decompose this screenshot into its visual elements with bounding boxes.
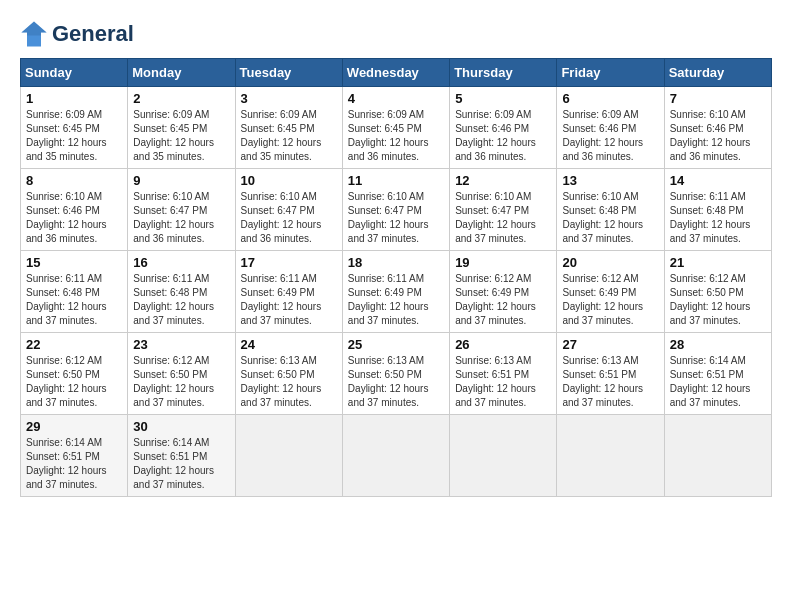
calendar-table: SundayMondayTuesdayWednesdayThursdayFrid… [20,58,772,497]
day-number: 18 [348,255,444,270]
day-number: 15 [26,255,122,270]
day-number: 8 [26,173,122,188]
day-info: Sunrise: 6:09 AM Sunset: 6:45 PM Dayligh… [241,108,337,164]
day-cell: 28Sunrise: 6:14 AM Sunset: 6:51 PM Dayli… [664,333,771,415]
day-cell [664,415,771,497]
day-info: Sunrise: 6:10 AM Sunset: 6:48 PM Dayligh… [562,190,658,246]
weekday-header-saturday: Saturday [664,59,771,87]
day-cell: 12Sunrise: 6:10 AM Sunset: 6:47 PM Dayli… [450,169,557,251]
day-number: 16 [133,255,229,270]
day-cell: 13Sunrise: 6:10 AM Sunset: 6:48 PM Dayli… [557,169,664,251]
weekday-header-row: SundayMondayTuesdayWednesdayThursdayFrid… [21,59,772,87]
day-info: Sunrise: 6:12 AM Sunset: 6:49 PM Dayligh… [455,272,551,328]
logo-icon [20,20,48,48]
week-row-2: 8Sunrise: 6:10 AM Sunset: 6:46 PM Daylig… [21,169,772,251]
day-info: Sunrise: 6:12 AM Sunset: 6:50 PM Dayligh… [670,272,766,328]
day-info: Sunrise: 6:10 AM Sunset: 6:47 PM Dayligh… [455,190,551,246]
day-number: 24 [241,337,337,352]
day-cell: 29Sunrise: 6:14 AM Sunset: 6:51 PM Dayli… [21,415,128,497]
weekday-header-tuesday: Tuesday [235,59,342,87]
day-info: Sunrise: 6:10 AM Sunset: 6:46 PM Dayligh… [670,108,766,164]
day-number: 10 [241,173,337,188]
day-cell: 7Sunrise: 6:10 AM Sunset: 6:46 PM Daylig… [664,87,771,169]
weekday-header-thursday: Thursday [450,59,557,87]
day-cell: 17Sunrise: 6:11 AM Sunset: 6:49 PM Dayli… [235,251,342,333]
day-info: Sunrise: 6:09 AM Sunset: 6:45 PM Dayligh… [133,108,229,164]
day-info: Sunrise: 6:12 AM Sunset: 6:49 PM Dayligh… [562,272,658,328]
day-cell: 14Sunrise: 6:11 AM Sunset: 6:48 PM Dayli… [664,169,771,251]
day-cell [557,415,664,497]
day-number: 29 [26,419,122,434]
day-cell: 2Sunrise: 6:09 AM Sunset: 6:45 PM Daylig… [128,87,235,169]
day-cell: 10Sunrise: 6:10 AM Sunset: 6:47 PM Dayli… [235,169,342,251]
day-number: 30 [133,419,229,434]
day-number: 5 [455,91,551,106]
day-cell [235,415,342,497]
day-cell: 9Sunrise: 6:10 AM Sunset: 6:47 PM Daylig… [128,169,235,251]
day-number: 27 [562,337,658,352]
week-row-4: 22Sunrise: 6:12 AM Sunset: 6:50 PM Dayli… [21,333,772,415]
day-cell: 27Sunrise: 6:13 AM Sunset: 6:51 PM Dayli… [557,333,664,415]
day-info: Sunrise: 6:10 AM Sunset: 6:47 PM Dayligh… [348,190,444,246]
day-cell: 6Sunrise: 6:09 AM Sunset: 6:46 PM Daylig… [557,87,664,169]
day-cell: 30Sunrise: 6:14 AM Sunset: 6:51 PM Dayli… [128,415,235,497]
day-info: Sunrise: 6:13 AM Sunset: 6:51 PM Dayligh… [562,354,658,410]
day-info: Sunrise: 6:12 AM Sunset: 6:50 PM Dayligh… [26,354,122,410]
day-cell: 8Sunrise: 6:10 AM Sunset: 6:46 PM Daylig… [21,169,128,251]
day-number: 14 [670,173,766,188]
day-cell: 25Sunrise: 6:13 AM Sunset: 6:50 PM Dayli… [342,333,449,415]
day-cell: 3Sunrise: 6:09 AM Sunset: 6:45 PM Daylig… [235,87,342,169]
weekday-header-friday: Friday [557,59,664,87]
day-number: 11 [348,173,444,188]
day-info: Sunrise: 6:11 AM Sunset: 6:48 PM Dayligh… [133,272,229,328]
week-row-5: 29Sunrise: 6:14 AM Sunset: 6:51 PM Dayli… [21,415,772,497]
day-cell: 19Sunrise: 6:12 AM Sunset: 6:49 PM Dayli… [450,251,557,333]
day-info: Sunrise: 6:14 AM Sunset: 6:51 PM Dayligh… [133,436,229,492]
logo: General [20,20,134,48]
day-number: 6 [562,91,658,106]
day-number: 20 [562,255,658,270]
day-number: 3 [241,91,337,106]
day-cell: 23Sunrise: 6:12 AM Sunset: 6:50 PM Dayli… [128,333,235,415]
day-info: Sunrise: 6:14 AM Sunset: 6:51 PM Dayligh… [670,354,766,410]
day-cell: 22Sunrise: 6:12 AM Sunset: 6:50 PM Dayli… [21,333,128,415]
day-cell: 5Sunrise: 6:09 AM Sunset: 6:46 PM Daylig… [450,87,557,169]
weekday-header-sunday: Sunday [21,59,128,87]
weekday-header-wednesday: Wednesday [342,59,449,87]
day-info: Sunrise: 6:10 AM Sunset: 6:46 PM Dayligh… [26,190,122,246]
day-number: 22 [26,337,122,352]
day-number: 1 [26,91,122,106]
day-cell: 11Sunrise: 6:10 AM Sunset: 6:47 PM Dayli… [342,169,449,251]
weekday-header-monday: Monday [128,59,235,87]
day-info: Sunrise: 6:13 AM Sunset: 6:50 PM Dayligh… [241,354,337,410]
day-number: 23 [133,337,229,352]
day-cell: 24Sunrise: 6:13 AM Sunset: 6:50 PM Dayli… [235,333,342,415]
day-info: Sunrise: 6:12 AM Sunset: 6:50 PM Dayligh… [133,354,229,410]
day-info: Sunrise: 6:11 AM Sunset: 6:49 PM Dayligh… [241,272,337,328]
day-info: Sunrise: 6:11 AM Sunset: 6:48 PM Dayligh… [670,190,766,246]
day-info: Sunrise: 6:13 AM Sunset: 6:50 PM Dayligh… [348,354,444,410]
day-number: 13 [562,173,658,188]
day-info: Sunrise: 6:09 AM Sunset: 6:46 PM Dayligh… [455,108,551,164]
day-info: Sunrise: 6:14 AM Sunset: 6:51 PM Dayligh… [26,436,122,492]
logo-text: General [52,22,134,46]
day-number: 21 [670,255,766,270]
day-info: Sunrise: 6:09 AM Sunset: 6:46 PM Dayligh… [562,108,658,164]
day-number: 25 [348,337,444,352]
day-info: Sunrise: 6:11 AM Sunset: 6:49 PM Dayligh… [348,272,444,328]
day-number: 4 [348,91,444,106]
day-cell: 15Sunrise: 6:11 AM Sunset: 6:48 PM Dayli… [21,251,128,333]
day-number: 28 [670,337,766,352]
day-number: 19 [455,255,551,270]
week-row-3: 15Sunrise: 6:11 AM Sunset: 6:48 PM Dayli… [21,251,772,333]
day-number: 7 [670,91,766,106]
day-cell: 1Sunrise: 6:09 AM Sunset: 6:45 PM Daylig… [21,87,128,169]
week-row-1: 1Sunrise: 6:09 AM Sunset: 6:45 PM Daylig… [21,87,772,169]
day-cell: 21Sunrise: 6:12 AM Sunset: 6:50 PM Dayli… [664,251,771,333]
day-cell: 4Sunrise: 6:09 AM Sunset: 6:45 PM Daylig… [342,87,449,169]
day-info: Sunrise: 6:13 AM Sunset: 6:51 PM Dayligh… [455,354,551,410]
day-cell [342,415,449,497]
day-cell: 16Sunrise: 6:11 AM Sunset: 6:48 PM Dayli… [128,251,235,333]
day-cell: 18Sunrise: 6:11 AM Sunset: 6:49 PM Dayli… [342,251,449,333]
day-info: Sunrise: 6:10 AM Sunset: 6:47 PM Dayligh… [241,190,337,246]
